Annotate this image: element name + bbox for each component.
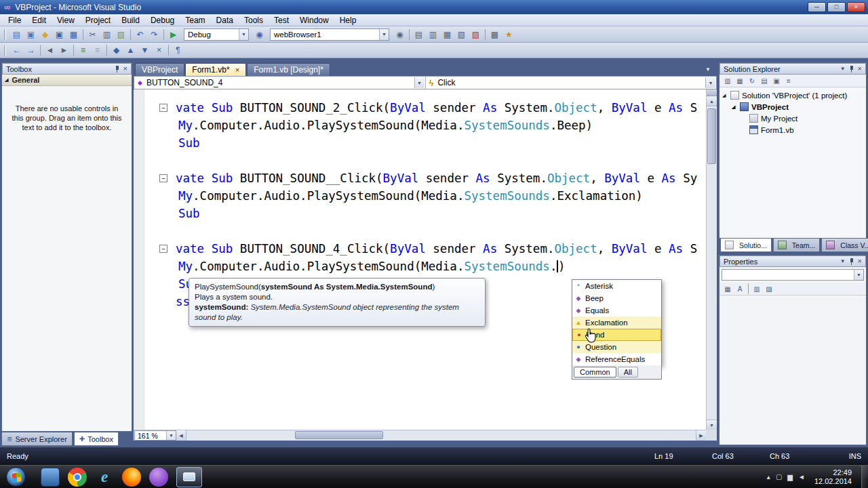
- tree-item-form1-vb[interactable]: Form1.vb: [719, 124, 866, 136]
- menu-item-project[interactable]: Project: [80, 15, 116, 26]
- next-bookmark-icon[interactable]: ▼: [138, 43, 152, 57]
- scroll-left-icon[interactable]: ◀: [176, 430, 186, 441]
- expander-icon[interactable]: ◢: [732, 104, 740, 110]
- taskbar-internet-explorer-icon[interactable]: e: [95, 468, 114, 487]
- code-line[interactable]: −vate Sub BUTTON_SOUND_4_Click(ByVal sen…: [134, 240, 706, 258]
- completion-item-equals[interactable]: ◆Equals: [572, 304, 661, 317]
- chevron-down-icon[interactable]: ▼: [705, 77, 715, 88]
- events-dropdown[interactable]: ϟ Click ▼: [425, 77, 717, 89]
- paste-icon[interactable]: ▧: [114, 28, 128, 41]
- completion-item-beep[interactable]: ◆Beep: [572, 292, 661, 304]
- close-tab-icon[interactable]: ×: [235, 66, 239, 74]
- tab-vbproject[interactable]: VBProject: [135, 63, 184, 76]
- code-line[interactable]: −vate Sub BUTTON_SOUND_2_Click(ByVal sen…: [134, 99, 706, 117]
- close-button[interactable]: ×: [847, 2, 865, 12]
- pin-icon[interactable]: [849, 65, 854, 73]
- find-in-files-icon[interactable]: ◉: [393, 28, 407, 41]
- chevron-down-icon[interactable]: ▼: [854, 270, 863, 280]
- save-icon[interactable]: ▣: [52, 28, 66, 41]
- decrease-indent-icon[interactable]: ◄: [43, 43, 57, 57]
- editor-zoom-dropdown[interactable]: 161 % ▼: [134, 430, 176, 441]
- start-page-icon[interactable]: ★: [502, 28, 516, 41]
- toolbar-grip[interactable]: [4, 45, 6, 56]
- properties-header[interactable]: Properties ▼ ×: [719, 256, 866, 267]
- save-all-icon[interactable]: ▦: [66, 28, 81, 41]
- toolbox-window-icon[interactable]: ▧: [454, 28, 469, 41]
- copy-icon[interactable]: ▥: [100, 28, 114, 41]
- scroll-up-icon[interactable]: ▲: [707, 96, 717, 106]
- horizontal-scrollbar[interactable]: 161 % ▼ ◀ ▶: [134, 430, 706, 441]
- navigate-back-icon[interactable]: ←: [9, 43, 24, 57]
- toolbox-header[interactable]: Toolbox ×: [2, 63, 132, 75]
- cut-icon[interactable]: ✂: [85, 28, 100, 41]
- increase-indent-icon[interactable]: ►: [57, 43, 71, 57]
- clear-bookmarks-icon[interactable]: ×: [152, 43, 166, 57]
- uncomment-icon[interactable]: ≡: [90, 43, 104, 57]
- window-position-icon[interactable]: ▼: [840, 66, 846, 72]
- menu-item-help[interactable]: Help: [334, 15, 362, 26]
- code-line[interactable]: Sub: [134, 205, 706, 222]
- open-file-icon[interactable]: ◆: [38, 28, 52, 41]
- section-expander-icon[interactable]: ◢: [5, 77, 8, 83]
- redo-icon[interactable]: ↷: [147, 28, 161, 41]
- code-line[interactable]: −vate Sub BUTTON_SOUND__Click(ByVal send…: [134, 169, 706, 187]
- properties-window-icon[interactable]: ▥: [426, 28, 440, 41]
- properties-grid[interactable]: [719, 296, 866, 445]
- menu-item-tools[interactable]: Tools: [239, 15, 269, 26]
- completion-tab-common[interactable]: Common: [574, 367, 616, 378]
- fold-collapse-icon[interactable]: −: [159, 174, 167, 182]
- tab-form1-vb[interactable]: Form1.vb*×: [185, 63, 246, 76]
- taskbar-chrome-icon[interactable]: [68, 468, 87, 487]
- scroll-down-icon[interactable]: ▼: [707, 420, 717, 430]
- pin-icon[interactable]: [849, 258, 854, 265]
- taskbar-opera-icon[interactable]: [149, 468, 168, 487]
- tray-action-center-icon[interactable]: ▢: [776, 473, 782, 481]
- close-icon[interactable]: ×: [858, 65, 862, 73]
- view-designer-icon[interactable]: ▣: [770, 75, 783, 86]
- pin-icon[interactable]: [115, 65, 120, 73]
- tray-network-icon[interactable]: ▆: [787, 473, 793, 481]
- active-files-dropdown-icon[interactable]: ▼: [705, 66, 715, 75]
- solution-configurations-dropdown[interactable]: Debug ▼: [184, 28, 249, 41]
- toolbar-grip[interactable]: [4, 29, 6, 39]
- alphabetical-icon[interactable]: A: [734, 283, 746, 294]
- horizontal-scroll-thumb[interactable]: [295, 431, 383, 439]
- horizontal-scroll-track[interactable]: [186, 430, 696, 441]
- vertical-scroll-thumb[interactable]: [707, 108, 716, 164]
- categorized-icon[interactable]: ▦: [722, 283, 734, 294]
- tree-item-vbproject[interactable]: ◢VBProject: [719, 101, 866, 113]
- objects-dropdown[interactable]: ◆ BUTTON_SOUND_4 ▼: [134, 77, 425, 89]
- menu-item-data[interactable]: Data: [211, 15, 239, 26]
- menu-item-view[interactable]: View: [52, 15, 80, 26]
- taskbar-active-app-icon[interactable]: [176, 467, 202, 487]
- splitter-handle[interactable]: [707, 89, 717, 96]
- chevron-down-icon[interactable]: ▼: [379, 29, 389, 40]
- close-icon[interactable]: ×: [858, 258, 862, 265]
- fold-collapse-icon[interactable]: −: [159, 245, 167, 253]
- vertical-scrollbar[interactable]: ▲ ▼: [706, 89, 717, 430]
- menu-item-window[interactable]: Window: [294, 15, 334, 26]
- completion-tab-all[interactable]: All: [618, 367, 638, 378]
- tray-volume-icon[interactable]: ◄: [798, 473, 805, 481]
- new-project-icon[interactable]: ▤: [9, 28, 24, 41]
- menu-item-team[interactable]: Team: [180, 15, 210, 26]
- show-all-files-icon[interactable]: ▦: [734, 75, 746, 86]
- minimize-button[interactable]: ─: [808, 2, 826, 12]
- code-line[interactable]: Sub: [134, 134, 706, 152]
- menu-item-test[interactable]: Test: [269, 15, 294, 26]
- quick-info-icon[interactable]: ¶: [171, 43, 185, 57]
- code-line[interactable]: [134, 152, 706, 169]
- panel-tab-solutio[interactable]: Solutio...: [720, 239, 772, 252]
- taskbar-clock[interactable]: 22:49 12.02.2014: [814, 468, 852, 486]
- toolbox-tab[interactable]: ✚ Toolbox: [74, 432, 119, 446]
- start-debug-icon[interactable]: ▶: [166, 28, 180, 41]
- solution-explorer-header[interactable]: Solution Explorer ▼ ×: [719, 63, 866, 75]
- code-line[interactable]: My.Computer.Audio.PlaySystemSound(Media.…: [134, 117, 706, 134]
- immediate-window-icon[interactable]: ▩: [488, 28, 502, 41]
- server-explorer-tab[interactable]: ≣ Server Explorer: [1, 432, 73, 446]
- close-icon[interactable]: ×: [123, 65, 127, 73]
- expander-icon[interactable]: ◢: [722, 93, 730, 98]
- find-combo[interactable]: webBrowser1 ▼: [270, 28, 389, 41]
- panel-tab-class-v[interactable]: Class V...: [821, 239, 868, 252]
- panel-tab-team[interactable]: Team...: [773, 239, 820, 252]
